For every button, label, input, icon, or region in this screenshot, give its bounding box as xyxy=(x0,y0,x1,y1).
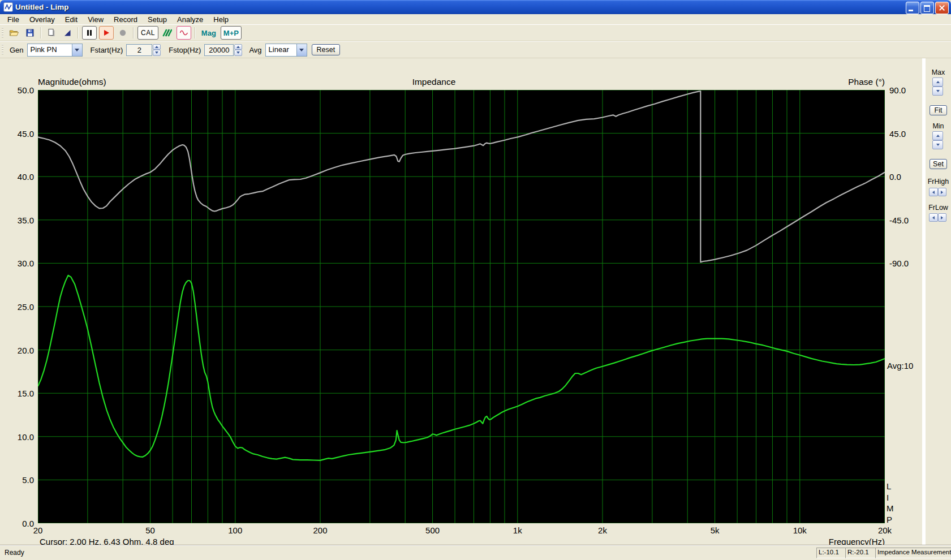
y-left-tick-label: 30.0 xyxy=(0,259,34,268)
minimize-button[interactable] xyxy=(906,2,919,14)
record-circle-icon xyxy=(118,28,127,37)
x-tick-label: 20k xyxy=(868,525,902,535)
fstop-label: Fstop(Hz) xyxy=(169,46,201,54)
x-tick-label: 20 xyxy=(21,525,55,535)
chevron-down-icon[interactable] xyxy=(296,44,307,56)
menu-item-record[interactable]: Record xyxy=(109,15,143,24)
toolbar-gripper[interactable] xyxy=(2,44,3,55)
fstop-input[interactable]: 20000 xyxy=(204,44,234,56)
y-right-tick-label: 45.0 xyxy=(889,129,929,139)
x-tick-label: 500 xyxy=(416,525,450,535)
stepper-left-icon[interactable] xyxy=(929,188,938,196)
x-tick-label: 5k xyxy=(698,525,732,535)
status-left-level: L:-10.1 xyxy=(816,548,846,558)
chevron-down-icon[interactable] xyxy=(72,44,82,56)
status-mode: Impedance Measurement xyxy=(875,548,951,558)
calibrate-button[interactable]: CAL xyxy=(137,26,158,40)
stepper-up-icon[interactable] xyxy=(153,44,161,50)
fstart-input[interactable]: 2 xyxy=(126,44,152,56)
stepper-down-icon[interactable] xyxy=(932,87,943,96)
right-axis-title: Phase (°) xyxy=(715,77,885,87)
scale-control-panel: Max Fit Min Set FrHigh FrLow xyxy=(926,58,951,545)
green-stripes-icon xyxy=(162,28,172,37)
stepper-up-icon[interactable] xyxy=(932,131,943,140)
scale-mode-button[interactable] xyxy=(61,27,74,39)
save-floppy-icon xyxy=(25,28,35,37)
close-button[interactable] xyxy=(935,2,949,14)
reset-button[interactable]: Reset xyxy=(312,44,341,55)
stepper-down-icon[interactable] xyxy=(153,50,161,56)
stepper-up-icon[interactable] xyxy=(932,77,943,87)
x-tick-label: 1k xyxy=(501,525,535,535)
frhigh-stepper[interactable] xyxy=(929,188,946,196)
open-file-button[interactable] xyxy=(7,27,21,39)
y-right-tick-label: 0.0 xyxy=(889,172,929,182)
record-stop-button[interactable] xyxy=(116,27,130,39)
toolbar-gripper[interactable] xyxy=(2,27,3,38)
stepper-up-icon[interactable] xyxy=(234,44,242,50)
menu-item-setup[interactable]: Setup xyxy=(143,15,172,24)
set-button[interactable]: Set xyxy=(930,159,947,169)
y-right-tick-label: -90.0 xyxy=(889,259,929,268)
menu-item-edit[interactable]: Edit xyxy=(60,15,83,24)
status-ready-text: Ready xyxy=(5,549,24,557)
impedance-plot[interactable] xyxy=(38,90,885,523)
generator-toolbar: Gen Pink PN Fstart(Hz) 2 Fstop(Hz) 20000… xyxy=(0,41,951,58)
plot-canvas xyxy=(38,90,885,523)
limp-watermark-letter: L xyxy=(887,481,896,491)
y-left-tick-label: 10.0 xyxy=(0,432,34,442)
menu-item-analyze[interactable]: Analyze xyxy=(172,15,208,24)
avg-label: Avg xyxy=(249,46,261,54)
y-right-tick-label: -45.0 xyxy=(889,216,929,225)
limp-watermark-letter: M xyxy=(887,503,896,513)
frlow-label: FrLow xyxy=(926,204,951,212)
x-tick-label: 200 xyxy=(303,525,337,535)
x-tick-label: 10k xyxy=(783,525,817,535)
generator-selected-value: Pink PN xyxy=(28,44,72,56)
min-stepper[interactable] xyxy=(932,131,943,149)
stepper-left-icon[interactable] xyxy=(929,213,938,222)
menu-item-view[interactable]: View xyxy=(83,15,109,24)
pause-button[interactable] xyxy=(82,26,97,40)
y-left-tick-label: 25.0 xyxy=(0,302,34,312)
stepper-right-icon[interactable] xyxy=(938,213,947,222)
restore-icon xyxy=(924,5,930,12)
stepper-right-icon[interactable] xyxy=(938,188,947,196)
menu-item-overlay[interactable]: Overlay xyxy=(24,15,60,24)
copy-button[interactable] xyxy=(45,27,58,39)
averaging-selected-value: Linear xyxy=(266,44,296,56)
fstop-stepper[interactable] xyxy=(234,44,242,56)
spectrum-view-button[interactable] xyxy=(161,27,174,39)
y-left-tick-label: 45.0 xyxy=(0,129,34,139)
open-folder-icon xyxy=(9,28,19,37)
title-bar: Untitled - Limp xyxy=(0,0,951,14)
record-start-button[interactable] xyxy=(99,26,114,40)
menu-item-file[interactable]: File xyxy=(2,15,24,24)
stepper-down-icon[interactable] xyxy=(234,50,242,56)
signal-view-button[interactable] xyxy=(177,26,191,40)
generator-select[interactable]: Pink PN xyxy=(27,44,83,57)
toolbar-separator xyxy=(78,27,79,38)
save-button[interactable] xyxy=(23,27,37,39)
toolbar-separator xyxy=(40,27,41,38)
menu-bar: FileOverlayEditViewRecordSetupAnalyzeHel… xyxy=(0,14,951,24)
max-stepper[interactable] xyxy=(932,77,943,96)
fit-button[interactable]: Fit xyxy=(930,105,947,115)
averaging-select[interactable]: Linear xyxy=(265,44,307,57)
play-icon xyxy=(102,28,111,37)
chart-area: Magnitude(ohms) Impedance Phase (°) Avg:… xyxy=(0,58,951,545)
magnitude-phase-view-button[interactable]: M+P xyxy=(221,26,242,40)
fstart-label: Fstart(Hz) xyxy=(91,46,123,54)
status-bar: Ready L:-10.1 R:-20.1 Impedance Measurem… xyxy=(0,545,951,560)
y-right-tick-label: 90.0 xyxy=(889,85,929,95)
stepper-down-icon[interactable] xyxy=(932,140,943,149)
restore-button[interactable] xyxy=(920,2,934,14)
copy-document-icon xyxy=(47,28,56,37)
fstart-stepper[interactable] xyxy=(153,44,161,56)
y-left-tick-label: 50.0 xyxy=(0,85,34,95)
menu-item-help[interactable]: Help xyxy=(208,15,234,24)
frlow-stepper[interactable] xyxy=(929,213,946,222)
magnitude-view-button[interactable]: Mag xyxy=(199,27,218,39)
pause-icon xyxy=(85,28,94,37)
minimize-icon xyxy=(909,10,913,11)
